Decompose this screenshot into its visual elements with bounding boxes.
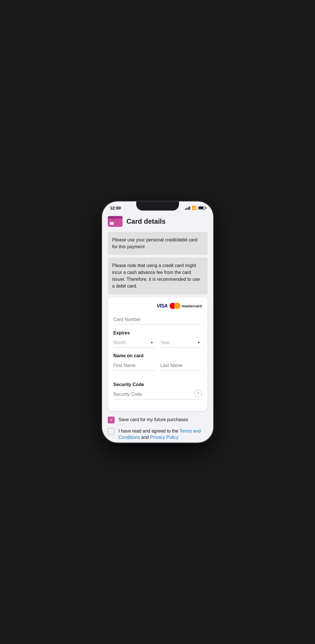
security-help-button[interactable]: ? — [194, 390, 202, 397]
wifi-icon: 📶 — [192, 206, 196, 210]
battery-icon — [198, 206, 205, 210]
main-content: Card details Please use your personal cr… — [102, 211, 213, 440]
save-card-label: Save card for my future purchases — [119, 417, 188, 423]
mc-circle-orange — [174, 303, 180, 309]
signal-icon — [185, 206, 190, 210]
last-name-field — [160, 361, 202, 371]
page-header: Card details — [108, 216, 208, 227]
security-code-field: Security Code ? — [113, 382, 202, 399]
card-icon — [108, 216, 123, 227]
security-code-label: Security Code — [113, 382, 202, 387]
status-icons: 📶 — [185, 206, 205, 210]
mastercard-logo: mastercard — [170, 303, 202, 309]
security-code-input[interactable] — [113, 389, 202, 399]
month-select[interactable]: Month 010203 040506 070809 101112 — [113, 338, 155, 348]
first-name-field — [113, 361, 155, 371]
year-select-wrap: Year 202420252026 202720282029 203020312… — [160, 338, 202, 348]
name-on-card-field: Name on card — [113, 353, 202, 376]
card-brands: VISA mastercard — [113, 303, 202, 309]
status-time: 12:00 — [110, 205, 121, 210]
year-select[interactable]: Year 202420252026 202720282029 203020312… — [160, 338, 202, 348]
page-title: Card details — [127, 217, 166, 225]
card-number-input[interactable] — [113, 315, 202, 325]
card-number-field — [113, 315, 202, 325]
save-card-checkbox[interactable]: ✓ — [108, 417, 115, 423]
name-row — [113, 361, 202, 376]
terms-prefix: I have read and agreed to the — [119, 429, 180, 433]
privacy-policy-link[interactable]: Privacy Policy — [150, 435, 179, 440]
save-card-row: ✓ Save card for my future purchases — [108, 417, 208, 423]
notice-text-1: Please use your personal credit/debit ca… — [112, 237, 198, 249]
expires-row: Month 010203 040506 070809 101112 ▼ Year — [113, 338, 202, 348]
terms-label: I have read and agreed to the Terms and … — [119, 428, 208, 440]
terms-checkbox[interactable] — [108, 428, 115, 435]
security-help-icon: ? — [197, 391, 199, 396]
mastercard-text: mastercard — [182, 304, 202, 308]
notch — [136, 201, 179, 211]
notice-box-2: Please note that using a credit card mig… — [108, 258, 208, 294]
terms-and: and — [141, 435, 149, 440]
save-card-checkmark: ✓ — [109, 418, 113, 422]
phone-screen: 12:00 📶 — [102, 201, 213, 443]
month-select-wrap: Month 010203 040506 070809 101112 ▼ — [113, 338, 155, 348]
card-form: VISA mastercard Expires — [108, 297, 208, 411]
last-name-input[interactable] — [160, 361, 202, 371]
notice-text-2: Please note that using a credit card mig… — [112, 263, 200, 288]
expires-label: Expires — [113, 330, 202, 336]
terms-row: I have read and agreed to the Terms and … — [108, 428, 208, 440]
first-name-input[interactable] — [113, 361, 155, 371]
security-code-wrap: ? — [113, 389, 202, 399]
expires-field: Expires Month 010203 040506 070809 10111… — [113, 330, 202, 348]
notice-box-1: Please use your personal credit/debit ca… — [108, 232, 208, 255]
phone-frame: 12:00 📶 — [102, 201, 213, 443]
visa-logo: VISA — [157, 303, 167, 309]
name-on-card-label: Name on card — [113, 353, 202, 358]
